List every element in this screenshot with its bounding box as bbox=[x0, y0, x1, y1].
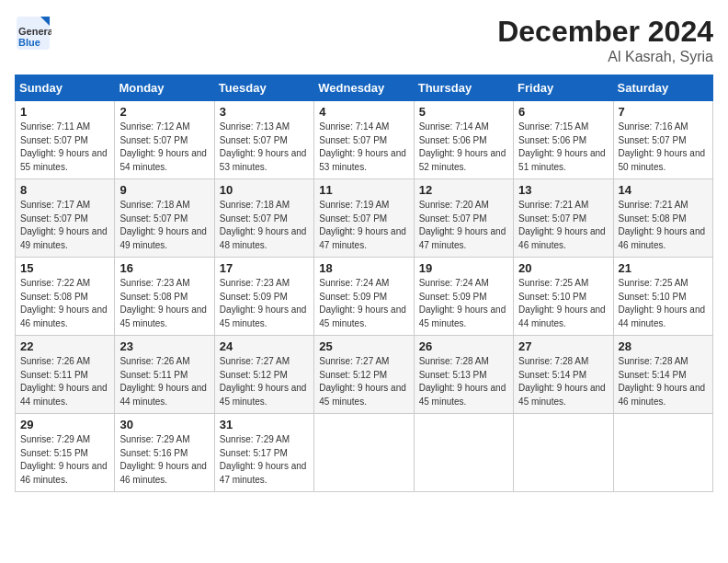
day-info: Sunrise: 7:14 AM Sunset: 5:07 PM Dayligh… bbox=[319, 121, 406, 172]
day-number: 13 bbox=[518, 183, 608, 197]
day-number: 7 bbox=[619, 105, 708, 119]
day-number: 19 bbox=[419, 261, 508, 275]
day-info: Sunrise: 7:24 AM Sunset: 5:09 PM Dayligh… bbox=[319, 278, 406, 328]
day-info: Sunrise: 7:16 AM Sunset: 5:07 PM Dayligh… bbox=[619, 121, 706, 172]
calendar-week-row: 15 Sunrise: 7:22 AM Sunset: 5:08 PM Dayl… bbox=[16, 258, 713, 336]
calendar-cell: 24 Sunrise: 7:27 AM Sunset: 5:12 PM Dayl… bbox=[214, 336, 313, 414]
day-number: 20 bbox=[518, 261, 608, 275]
day-info: Sunrise: 7:18 AM Sunset: 5:07 PM Dayligh… bbox=[220, 200, 307, 250]
calendar-table: SundayMondayTuesdayWednesdayThursdayFrid… bbox=[15, 75, 713, 492]
calendar-cell: 1 Sunrise: 7:11 AM Sunset: 5:07 PM Dayli… bbox=[16, 101, 115, 179]
calendar-cell: 9 Sunrise: 7:18 AM Sunset: 5:07 PM Dayli… bbox=[115, 179, 214, 258]
day-number: 30 bbox=[119, 418, 209, 431]
day-number: 18 bbox=[319, 261, 408, 275]
day-number: 26 bbox=[419, 339, 508, 353]
calendar-cell: 16 Sunrise: 7:23 AM Sunset: 5:08 PM Dayl… bbox=[115, 258, 214, 336]
calendar-cell bbox=[514, 414, 613, 492]
month-title: December 2024 bbox=[497, 15, 713, 49]
day-info: Sunrise: 7:14 AM Sunset: 5:06 PM Dayligh… bbox=[419, 121, 506, 172]
calendar-cell: 27 Sunrise: 7:28 AM Sunset: 5:14 PM Dayl… bbox=[514, 336, 613, 414]
day-number: 27 bbox=[518, 339, 608, 353]
day-number: 2 bbox=[119, 105, 209, 119]
column-header-saturday: Saturday bbox=[613, 75, 712, 101]
calendar-cell: 19 Sunrise: 7:24 AM Sunset: 5:09 PM Dayl… bbox=[414, 258, 513, 336]
column-header-monday: Monday bbox=[115, 75, 214, 101]
day-number: 28 bbox=[619, 339, 708, 353]
logo-icon: General Blue bbox=[15, 15, 51, 52]
column-header-sunday: Sunday bbox=[16, 75, 115, 101]
day-number: 21 bbox=[619, 261, 708, 275]
day-number: 23 bbox=[119, 339, 209, 353]
day-info: Sunrise: 7:28 AM Sunset: 5:13 PM Dayligh… bbox=[419, 356, 506, 407]
day-number: 17 bbox=[220, 261, 309, 275]
day-number: 14 bbox=[619, 183, 708, 197]
day-info: Sunrise: 7:18 AM Sunset: 5:07 PM Dayligh… bbox=[119, 200, 207, 250]
calendar-cell: 30 Sunrise: 7:29 AM Sunset: 5:16 PM Dayl… bbox=[115, 414, 214, 492]
calendar-cell: 25 Sunrise: 7:27 AM Sunset: 5:12 PM Dayl… bbox=[314, 336, 414, 414]
logo: General Blue bbox=[15, 15, 51, 52]
calendar-cell bbox=[414, 414, 513, 492]
day-number: 11 bbox=[319, 183, 408, 197]
day-info: Sunrise: 7:19 AM Sunset: 5:07 PM Dayligh… bbox=[319, 200, 406, 250]
calendar-cell: 12 Sunrise: 7:20 AM Sunset: 5:07 PM Dayl… bbox=[414, 179, 513, 258]
day-number: 24 bbox=[220, 339, 309, 353]
calendar-cell: 26 Sunrise: 7:28 AM Sunset: 5:13 PM Dayl… bbox=[414, 336, 513, 414]
calendar-cell: 15 Sunrise: 7:22 AM Sunset: 5:08 PM Dayl… bbox=[16, 258, 115, 336]
calendar-cell: 3 Sunrise: 7:13 AM Sunset: 5:07 PM Dayli… bbox=[214, 101, 313, 179]
day-info: Sunrise: 7:11 AM Sunset: 5:07 PM Dayligh… bbox=[20, 121, 108, 172]
day-info: Sunrise: 7:26 AM Sunset: 5:11 PM Dayligh… bbox=[119, 356, 207, 407]
calendar-cell: 6 Sunrise: 7:15 AM Sunset: 5:06 PM Dayli… bbox=[514, 101, 613, 179]
day-info: Sunrise: 7:24 AM Sunset: 5:09 PM Dayligh… bbox=[419, 278, 506, 328]
day-info: Sunrise: 7:28 AM Sunset: 5:14 PM Dayligh… bbox=[518, 356, 606, 407]
day-info: Sunrise: 7:28 AM Sunset: 5:14 PM Dayligh… bbox=[619, 356, 706, 407]
column-header-tuesday: Tuesday bbox=[214, 75, 313, 101]
day-info: Sunrise: 7:21 AM Sunset: 5:07 PM Dayligh… bbox=[518, 200, 606, 250]
day-number: 25 bbox=[319, 339, 408, 353]
day-number: 31 bbox=[220, 418, 309, 431]
calendar-cell: 5 Sunrise: 7:14 AM Sunset: 5:06 PM Dayli… bbox=[414, 101, 513, 179]
day-number: 9 bbox=[119, 183, 209, 197]
column-header-wednesday: Wednesday bbox=[314, 75, 414, 101]
day-info: Sunrise: 7:20 AM Sunset: 5:07 PM Dayligh… bbox=[419, 200, 506, 250]
calendar-cell: 10 Sunrise: 7:18 AM Sunset: 5:07 PM Dayl… bbox=[214, 179, 313, 258]
day-info: Sunrise: 7:23 AM Sunset: 5:08 PM Dayligh… bbox=[119, 278, 207, 328]
day-info: Sunrise: 7:17 AM Sunset: 5:07 PM Dayligh… bbox=[20, 200, 108, 250]
day-number: 12 bbox=[419, 183, 508, 197]
calendar-cell: 7 Sunrise: 7:16 AM Sunset: 5:07 PM Dayli… bbox=[613, 101, 712, 179]
calendar-week-row: 8 Sunrise: 7:17 AM Sunset: 5:07 PM Dayli… bbox=[16, 179, 713, 258]
day-info: Sunrise: 7:27 AM Sunset: 5:12 PM Dayligh… bbox=[220, 356, 307, 407]
calendar-week-row: 29 Sunrise: 7:29 AM Sunset: 5:15 PM Dayl… bbox=[16, 414, 713, 492]
day-info: Sunrise: 7:15 AM Sunset: 5:06 PM Dayligh… bbox=[518, 121, 606, 172]
calendar-header-row: SundayMondayTuesdayWednesdayThursdayFrid… bbox=[16, 75, 713, 101]
day-number: 10 bbox=[220, 183, 309, 197]
day-number: 6 bbox=[518, 105, 608, 119]
day-info: Sunrise: 7:22 AM Sunset: 5:08 PM Dayligh… bbox=[20, 278, 108, 328]
day-number: 29 bbox=[20, 418, 109, 431]
page-header: General Blue December 2024 Al Kasrah, Sy… bbox=[15, 15, 713, 65]
day-info: Sunrise: 7:23 AM Sunset: 5:09 PM Dayligh… bbox=[220, 278, 307, 328]
day-info: Sunrise: 7:29 AM Sunset: 5:17 PM Dayligh… bbox=[220, 434, 307, 485]
day-number: 3 bbox=[220, 105, 309, 119]
calendar-cell: 4 Sunrise: 7:14 AM Sunset: 5:07 PM Dayli… bbox=[314, 101, 414, 179]
day-number: 1 bbox=[20, 105, 109, 119]
day-number: 8 bbox=[20, 183, 109, 197]
day-info: Sunrise: 7:12 AM Sunset: 5:07 PM Dayligh… bbox=[119, 121, 207, 172]
column-header-thursday: Thursday bbox=[414, 75, 513, 101]
calendar-week-row: 1 Sunrise: 7:11 AM Sunset: 5:07 PM Dayli… bbox=[16, 101, 713, 179]
day-info: Sunrise: 7:26 AM Sunset: 5:11 PM Dayligh… bbox=[20, 356, 108, 407]
day-info: Sunrise: 7:25 AM Sunset: 5:10 PM Dayligh… bbox=[619, 278, 706, 328]
day-number: 4 bbox=[319, 105, 408, 119]
svg-text:Blue: Blue bbox=[18, 37, 40, 48]
calendar-cell: 22 Sunrise: 7:26 AM Sunset: 5:11 PM Dayl… bbox=[16, 336, 115, 414]
calendar-cell: 21 Sunrise: 7:25 AM Sunset: 5:10 PM Dayl… bbox=[613, 258, 712, 336]
day-info: Sunrise: 7:13 AM Sunset: 5:07 PM Dayligh… bbox=[220, 121, 307, 172]
day-number: 16 bbox=[119, 261, 209, 275]
calendar-cell: 8 Sunrise: 7:17 AM Sunset: 5:07 PM Dayli… bbox=[16, 179, 115, 258]
svg-text:General: General bbox=[18, 26, 51, 37]
day-number: 5 bbox=[419, 105, 508, 119]
calendar-cell: 23 Sunrise: 7:26 AM Sunset: 5:11 PM Dayl… bbox=[115, 336, 214, 414]
location: Al Kasrah, Syria bbox=[497, 49, 713, 65]
calendar-cell: 31 Sunrise: 7:29 AM Sunset: 5:17 PM Dayl… bbox=[214, 414, 313, 492]
calendar-cell bbox=[314, 414, 414, 492]
day-info: Sunrise: 7:21 AM Sunset: 5:08 PM Dayligh… bbox=[619, 200, 706, 250]
